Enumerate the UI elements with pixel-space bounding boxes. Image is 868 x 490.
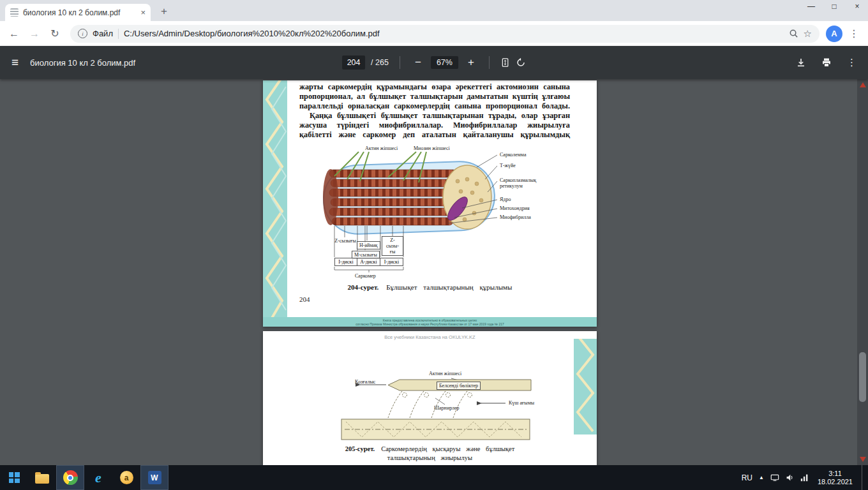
label-actin-filament: Актин жіпшесі [429, 371, 461, 376]
print-icon[interactable] [821, 57, 832, 68]
taskbar-atube[interactable]: a [112, 465, 140, 490]
pdf-page-controls: / 265 − 67% + [342, 56, 526, 70]
address-url: C:/Users/Admin/Desktop/биология%2010%20к… [124, 29, 380, 38]
fit-page-icon[interactable] [500, 57, 510, 68]
label-myofibril: Миофибрилла [500, 214, 531, 220]
system-tray: RU ▲ 3:11 18.02.2021 [742, 465, 868, 490]
pdf-page-205: Все учебники Казахстана на OKULYK.KZ [263, 331, 597, 465]
toolbar-divider [489, 56, 490, 69]
clock-date: 18.02.2021 [818, 478, 853, 486]
address-scheme-label: Файл [93, 29, 113, 38]
start-button[interactable] [0, 465, 28, 490]
refresh-button[interactable]: ↻ [46, 25, 64, 43]
scrollbar-thumb[interactable] [859, 352, 866, 402]
folder-icon [35, 474, 49, 484]
zoom-search-icon[interactable] [789, 29, 798, 38]
info-icon[interactable]: i [78, 29, 87, 38]
label-force-flow: Күш ағымы [509, 400, 534, 406]
window-controls: — □ × [807, 2, 862, 11]
label-actin-filament: Актин жіпшесі [365, 145, 398, 151]
chrome-icon [63, 470, 78, 485]
scrollbar[interactable] [857, 79, 868, 465]
speaker-icon[interactable] [786, 473, 794, 482]
window-maximize-button[interactable]: □ [830, 2, 839, 11]
atube-icon: a [120, 471, 133, 484]
display-icon[interactable] [770, 473, 779, 482]
taskbar-file-explorer[interactable] [28, 465, 56, 490]
forward-button[interactable]: → [26, 25, 43, 43]
new-tab-button[interactable]: + [156, 3, 172, 20]
rotate-icon[interactable] [516, 57, 526, 68]
download-icon[interactable] [796, 57, 806, 68]
word-icon: W [148, 471, 161, 484]
label-active-sites: Белсенді бөліктер [437, 382, 481, 390]
figure-204-number: 204-сурет. [348, 283, 379, 291]
pdf-toolbar: ≡ биология 10 кл 2 болим.pdf / 265 − 67%… [0, 46, 868, 79]
pdf-sidebar-toggle-icon[interactable]: ≡ [11, 56, 19, 70]
taskbar: e a W RU ▲ 3:11 18.02.2021 [0, 465, 868, 490]
page-footer: Книга предоставлена исключительно в обра… [263, 317, 597, 327]
window-close-button[interactable]: × [853, 2, 862, 11]
browser-tab-strip: биология 10 кл 2 болим.pdf × + — □ × [0, 0, 868, 21]
sarcomere-contraction-illustration [263, 368, 597, 446]
scroll-up-arrow[interactable] [860, 82, 866, 87]
paragraph: Қаңқа бұлшықеті бұлшықет талшықтарынан т… [299, 111, 570, 140]
clock-time: 3:11 [818, 470, 853, 478]
zoom-level[interactable]: 67% [431, 56, 458, 69]
muscle-fiber-illustration [263, 144, 597, 281]
footer-line: согласно Приказа Министра образования и … [263, 322, 597, 326]
label-z-line-left: Z-сызығы [331, 238, 360, 244]
screen: биология 10 кл 2 болим.pdf × + — □ × ← →… [0, 0, 868, 490]
page-number: 204 [299, 295, 310, 303]
zoom-in-button[interactable]: + [464, 56, 478, 69]
figure-205-caption: 205-сурет.Саркомерлердің қысқаруы және б… [263, 445, 597, 463]
label-hinges: Шарнирлер [434, 405, 460, 411]
label-z-line-right: Z-сызы-ғы [382, 236, 403, 256]
figure-205: Актин жіпшесі Қозғалыс Белсенді бөліктер… [263, 368, 597, 446]
label-sarcolemma: Сарколемма [500, 152, 526, 158]
page-number-input[interactable] [342, 56, 365, 70]
browser-tab[interactable]: биология 10 кл 2 болим.pdf × [5, 4, 151, 21]
pdf-document-title: биология 10 кл 2 болим.pdf [30, 58, 135, 68]
show-desktop-button[interactable] [862, 465, 865, 490]
taskbar-internet-explorer[interactable]: e [84, 465, 112, 490]
figure-205-number: 205-сурет. [345, 445, 375, 452]
back-button[interactable]: ← [5, 25, 23, 43]
label-i-disk: І-дискі [334, 258, 357, 266]
window-minimize-button[interactable]: — [807, 2, 816, 11]
windows-logo-icon [9, 472, 20, 483]
label-mitochondria: Митохондрия [500, 205, 530, 211]
language-indicator[interactable]: RU [742, 473, 752, 482]
pdf-favicon-icon [10, 8, 19, 17]
taskbar-chrome[interactable] [56, 465, 84, 490]
label-myosin-filament: Миозин жіпшесі [414, 145, 450, 151]
taskbar-clock[interactable]: 3:11 18.02.2021 [818, 470, 853, 486]
network-icon[interactable] [800, 473, 809, 482]
pdf-viewport[interactable]: жарты саркомердің құрамындағы өзара әрек… [0, 79, 868, 465]
tab-close-icon[interactable]: × [140, 8, 146, 17]
browser-toolbar: ← → ↻ i Файл C:/Users/Admin/Desktop/биол… [0, 21, 868, 46]
zoom-out-button[interactable]: − [411, 56, 425, 69]
figure-204-caption: 204-сурет.Бұлшықет талшықтарының құрылым… [263, 283, 597, 291]
toolbar-divider [400, 56, 400, 69]
disk-labels-row: І-дискі А-дискі І-дискі [334, 258, 403, 266]
pdf-action-buttons: ⋮ [796, 57, 857, 68]
watermark-text: Все учебники Казахстана на OKULYK.KZ [263, 334, 597, 340]
label-t-system: Т-жүйе [500, 163, 516, 168]
pdf-menu-icon[interactable]: ⋮ [847, 57, 857, 68]
page-count-label: / 265 [371, 58, 389, 67]
label-sarcomere: Саркомер [355, 273, 376, 279]
scroll-down-arrow[interactable] [860, 457, 866, 462]
tray-expand-icon[interactable]: ▲ [759, 475, 764, 480]
profile-avatar[interactable]: A [826, 26, 842, 42]
internet-explorer-icon: e [95, 471, 101, 485]
address-divider [118, 29, 119, 39]
label-i-disk: І-дискі [380, 258, 403, 266]
label-sarcoplasmic-reticulum: Саркоплазмалық ретикулум [500, 177, 550, 189]
address-bar[interactable]: i Файл C:/Users/Admin/Desktop/биология%2… [70, 25, 819, 43]
taskbar-word[interactable]: W [140, 465, 168, 490]
browser-menu-icon[interactable]: ⋮ [845, 25, 863, 43]
bookmark-star-icon[interactable]: ☆ [804, 28, 812, 40]
figure-204: Актин жіпшесі Миозин жіпшесі Сарколемма … [263, 144, 597, 281]
label-a-disk: А-дискі [357, 258, 380, 266]
